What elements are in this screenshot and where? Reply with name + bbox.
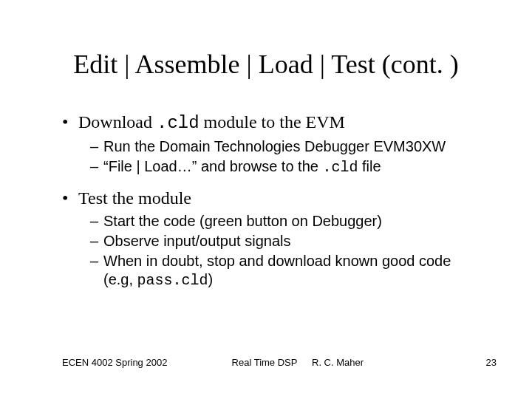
bullet-list: Download .cld module to the EVM Run the … <box>62 111 483 290</box>
sub-file-load: “File | Load…” and browse to the .cld fi… <box>90 157 483 177</box>
sub-start-code: Start the code (green button on Debugger… <box>90 212 483 231</box>
sub-observe: Observe input/output signals <box>90 232 483 250</box>
sub-text-post: ) <box>208 271 214 287</box>
footer-subject: Real Time DSP <box>232 357 298 368</box>
sub-text-pre: “File | Load…” and browse to the <box>103 158 322 174</box>
code-cld-2: .cld <box>322 159 358 176</box>
slide-title: Edit | Assemble | Load | Test (cont. ) <box>0 49 532 80</box>
slide-body: Download .cld module to the EVM Run the … <box>62 111 483 300</box>
footer-page-number: 23 <box>486 357 497 368</box>
sub-list-2: Start the code (green button on Debugger… <box>78 212 483 290</box>
bullet-text: Test the module <box>78 188 191 208</box>
footer-course: ECEN 4002 Spring 2002 <box>62 357 167 368</box>
footer-author: R. C. Maher <box>312 357 364 368</box>
code-cld: .cld <box>157 113 200 133</box>
sub-run-debugger: Run the Domain Technologies Debugger EVM… <box>90 137 483 156</box>
sub-text-post: file <box>358 158 381 174</box>
bullet-test: Test the module Start the code (green bu… <box>62 187 483 290</box>
bullet-text-post: module to the EVM <box>200 112 345 132</box>
sub-list-1: Run the Domain Technologies Debugger EVM… <box>78 137 483 177</box>
sub-when-in-doubt: When in doubt, stop and download known g… <box>90 252 483 290</box>
slide: Edit | Assemble | Load | Test (cont. ) D… <box>0 0 532 399</box>
footer: ECEN 4002 Spring 2002 Real Time DSP R. C… <box>62 357 497 368</box>
bullet-text-pre: Download <box>78 112 157 132</box>
bullet-download: Download .cld module to the EVM Run the … <box>62 111 483 177</box>
code-pass-cld: pass.cld <box>137 272 208 289</box>
